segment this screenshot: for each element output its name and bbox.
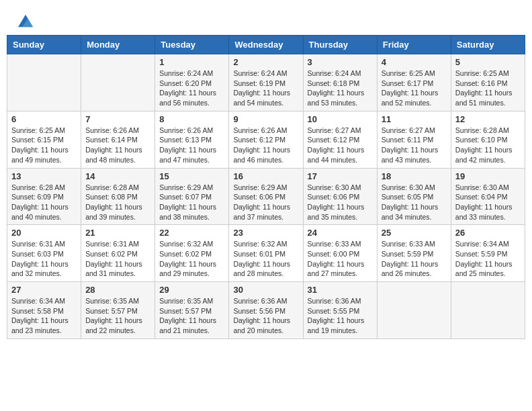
day-info: Sunrise: 6:25 AM Sunset: 6:17 PM Dayligh…: [382, 68, 447, 108]
day-number: 31: [308, 285, 373, 295]
weekday-header-tuesday: Tuesday: [155, 36, 229, 54]
calendar-cell: 6Sunrise: 6:25 AM Sunset: 6:15 PM Daylig…: [7, 111, 81, 168]
weekday-header-wednesday: Wednesday: [229, 36, 303, 54]
day-info: Sunrise: 6:36 AM Sunset: 5:55 PM Dayligh…: [308, 296, 373, 336]
day-number: 13: [11, 171, 77, 181]
day-number: 19: [455, 171, 521, 181]
day-number: 10: [308, 114, 373, 124]
weekday-header-monday: Monday: [81, 36, 155, 54]
calendar-cell: 2Sunrise: 6:24 AM Sunset: 6:19 PM Daylig…: [229, 54, 303, 111]
day-number: 9: [233, 114, 298, 124]
day-info: Sunrise: 6:26 AM Sunset: 6:12 PM Dayligh…: [233, 126, 298, 165]
day-number: 15: [159, 171, 224, 181]
day-info: Sunrise: 6:35 AM Sunset: 5:57 PM Dayligh…: [159, 296, 224, 336]
day-number: 6: [11, 114, 77, 124]
day-info: Sunrise: 6:30 AM Sunset: 6:04 PM Dayligh…: [455, 183, 521, 222]
calendar-header-row: SundayMondayTuesdayWednesdayThursdayFrid…: [7, 36, 525, 54]
calendar-week-row: 20Sunrise: 6:31 AM Sunset: 6:03 PM Dayli…: [7, 225, 525, 282]
day-info: Sunrise: 6:27 AM Sunset: 6:11 PM Dayligh…: [382, 126, 447, 165]
calendar-cell: 10Sunrise: 6:27 AM Sunset: 6:12 PM Dayli…: [303, 111, 377, 168]
logo-icon: [18, 13, 33, 28]
calendar-cell: 7Sunrise: 6:26 AM Sunset: 6:14 PM Daylig…: [81, 111, 155, 168]
day-number: 26: [455, 228, 521, 238]
calendar-week-row: 1Sunrise: 6:24 AM Sunset: 6:20 PM Daylig…: [7, 54, 525, 111]
day-info: Sunrise: 6:24 AM Sunset: 6:20 PM Dayligh…: [159, 68, 224, 108]
weekday-header-sunday: Sunday: [7, 36, 81, 54]
calendar-week-row: 13Sunrise: 6:28 AM Sunset: 6:09 PM Dayli…: [7, 168, 525, 225]
logo: [17, 13, 33, 28]
day-number: 20: [11, 228, 77, 238]
calendar-cell: 1Sunrise: 6:24 AM Sunset: 6:20 PM Daylig…: [155, 54, 229, 111]
calendar-cell: 19Sunrise: 6:30 AM Sunset: 6:04 PM Dayli…: [451, 168, 525, 225]
day-number: 11: [382, 114, 447, 124]
day-info: Sunrise: 6:25 AM Sunset: 6:16 PM Dayligh…: [455, 68, 521, 108]
calendar-cell: 30Sunrise: 6:36 AM Sunset: 5:56 PM Dayli…: [229, 282, 303, 339]
day-info: Sunrise: 6:32 AM Sunset: 6:01 PM Dayligh…: [233, 239, 298, 279]
calendar-cell: 23Sunrise: 6:32 AM Sunset: 6:01 PM Dayli…: [229, 225, 303, 282]
day-number: 23: [233, 228, 298, 238]
page-header: [7, 7, 525, 32]
day-info: Sunrise: 6:25 AM Sunset: 6:15 PM Dayligh…: [11, 126, 77, 165]
day-info: Sunrise: 6:28 AM Sunset: 6:09 PM Dayligh…: [11, 183, 77, 222]
day-number: 2: [233, 57, 298, 67]
calendar-cell: 15Sunrise: 6:29 AM Sunset: 6:07 PM Dayli…: [155, 168, 229, 225]
calendar-cell: 9Sunrise: 6:26 AM Sunset: 6:12 PM Daylig…: [229, 111, 303, 168]
day-info: Sunrise: 6:31 AM Sunset: 6:02 PM Dayligh…: [85, 239, 150, 279]
calendar-cell: [451, 282, 525, 339]
calendar-cell: 26Sunrise: 6:34 AM Sunset: 5:59 PM Dayli…: [451, 225, 525, 282]
calendar-cell: 14Sunrise: 6:28 AM Sunset: 6:08 PM Dayli…: [81, 168, 155, 225]
day-number: 1: [159, 57, 224, 67]
day-info: Sunrise: 6:30 AM Sunset: 6:06 PM Dayligh…: [308, 183, 373, 222]
calendar-cell: 11Sunrise: 6:27 AM Sunset: 6:11 PM Dayli…: [377, 111, 451, 168]
day-info: Sunrise: 6:34 AM Sunset: 5:59 PM Dayligh…: [455, 239, 521, 279]
calendar-cell: 3Sunrise: 6:24 AM Sunset: 6:18 PM Daylig…: [303, 54, 377, 111]
day-number: 7: [85, 114, 150, 124]
day-number: 5: [455, 57, 521, 67]
day-info: Sunrise: 6:26 AM Sunset: 6:13 PM Dayligh…: [159, 126, 224, 165]
calendar-cell: [81, 54, 155, 111]
calendar-cell: [7, 54, 81, 111]
day-info: Sunrise: 6:28 AM Sunset: 6:08 PM Dayligh…: [85, 183, 150, 222]
day-number: 21: [85, 228, 150, 238]
calendar-cell: 13Sunrise: 6:28 AM Sunset: 6:09 PM Dayli…: [7, 168, 81, 225]
day-info: Sunrise: 6:28 AM Sunset: 6:10 PM Dayligh…: [455, 126, 521, 165]
weekday-header-friday: Friday: [377, 36, 451, 54]
day-info: Sunrise: 6:24 AM Sunset: 6:19 PM Dayligh…: [233, 68, 298, 108]
calendar-cell: 25Sunrise: 6:33 AM Sunset: 5:59 PM Dayli…: [377, 225, 451, 282]
day-number: 14: [85, 171, 150, 181]
calendar-cell: 20Sunrise: 6:31 AM Sunset: 6:03 PM Dayli…: [7, 225, 81, 282]
day-info: Sunrise: 6:34 AM Sunset: 5:58 PM Dayligh…: [11, 296, 77, 336]
day-info: Sunrise: 6:32 AM Sunset: 6:02 PM Dayligh…: [159, 239, 224, 279]
weekday-header-thursday: Thursday: [303, 36, 377, 54]
calendar-cell: 21Sunrise: 6:31 AM Sunset: 6:02 PM Dayli…: [81, 225, 155, 282]
day-number: 30: [233, 285, 298, 295]
day-info: Sunrise: 6:24 AM Sunset: 6:18 PM Dayligh…: [308, 68, 373, 108]
calendar-cell: 16Sunrise: 6:29 AM Sunset: 6:06 PM Dayli…: [229, 168, 303, 225]
day-number: 12: [455, 114, 521, 124]
day-info: Sunrise: 6:35 AM Sunset: 5:57 PM Dayligh…: [85, 296, 150, 336]
day-number: 29: [159, 285, 224, 295]
day-number: 27: [11, 285, 77, 295]
day-number: 17: [308, 171, 373, 181]
day-info: Sunrise: 6:27 AM Sunset: 6:12 PM Dayligh…: [308, 126, 373, 165]
day-number: 22: [159, 228, 224, 238]
day-number: 18: [382, 171, 447, 181]
day-number: 25: [382, 228, 447, 238]
day-info: Sunrise: 6:33 AM Sunset: 6:00 PM Dayligh…: [308, 239, 373, 279]
calendar-cell: 22Sunrise: 6:32 AM Sunset: 6:02 PM Dayli…: [155, 225, 229, 282]
calendar-cell: 31Sunrise: 6:36 AM Sunset: 5:55 PM Dayli…: [303, 282, 377, 339]
weekday-header-saturday: Saturday: [451, 36, 525, 54]
day-number: 8: [159, 114, 224, 124]
day-info: Sunrise: 6:33 AM Sunset: 5:59 PM Dayligh…: [382, 239, 447, 279]
day-number: 3: [308, 57, 373, 67]
calendar-cell: 4Sunrise: 6:25 AM Sunset: 6:17 PM Daylig…: [377, 54, 451, 111]
calendar-cell: [377, 282, 451, 339]
calendar-table: SundayMondayTuesdayWednesdayThursdayFrid…: [7, 35, 525, 339]
calendar-cell: 28Sunrise: 6:35 AM Sunset: 5:57 PM Dayli…: [81, 282, 155, 339]
calendar-cell: 5Sunrise: 6:25 AM Sunset: 6:16 PM Daylig…: [451, 54, 525, 111]
day-info: Sunrise: 6:29 AM Sunset: 6:06 PM Dayligh…: [233, 183, 298, 222]
calendar-cell: 8Sunrise: 6:26 AM Sunset: 6:13 PM Daylig…: [155, 111, 229, 168]
day-number: 4: [382, 57, 447, 67]
day-number: 24: [308, 228, 373, 238]
day-info: Sunrise: 6:29 AM Sunset: 6:07 PM Dayligh…: [159, 183, 224, 222]
